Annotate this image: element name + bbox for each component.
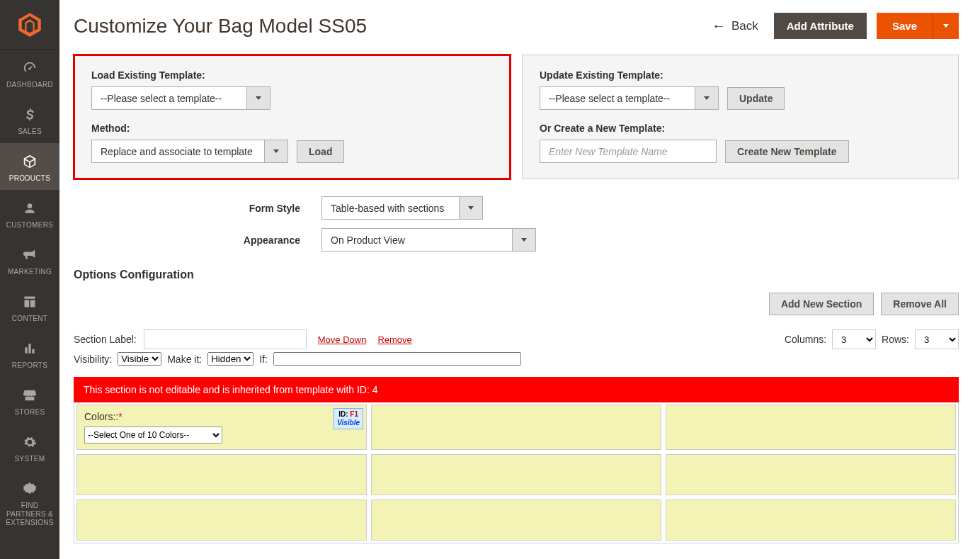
gauge-icon <box>22 58 38 78</box>
grid-cell[interactable] <box>76 454 367 495</box>
create-template-label: Or Create a New Template: <box>540 123 941 134</box>
load-template-select[interactable]: --Please select a template-- <box>91 86 247 110</box>
store-icon <box>22 385 38 405</box>
person-icon <box>23 198 37 218</box>
back-label: Back <box>731 19 758 33</box>
field-badge: ID: F1 Visible <box>334 408 363 429</box>
nav-label: SYSTEM <box>15 455 45 463</box>
admin-sidebar: DASHBOARD SALES PRODUCTS CUSTOMERS MARKE… <box>0 0 59 559</box>
nav-label: CUSTOMERS <box>6 221 53 230</box>
options-configuration-heading: Options Configuration <box>74 269 959 281</box>
rows-select[interactable]: 3 <box>915 329 959 349</box>
section-label-text: Section Label: <box>74 334 137 345</box>
nav-label: REPORTS <box>12 361 47 370</box>
gear-icon <box>23 432 37 452</box>
dollar-icon <box>23 105 37 125</box>
bars-icon <box>23 339 37 358</box>
colors-select[interactable]: --Select One of 10 Colors-- <box>84 427 222 444</box>
nav-partners[interactable]: FIND PARTNERS & EXTENSIONS <box>0 470 59 534</box>
if-input[interactable] <box>273 352 521 366</box>
nav-marketing[interactable]: MARKETING <box>0 237 59 283</box>
nav-label: MARKETING <box>8 268 52 276</box>
grid-cell[interactable]: ID: F1 Visible Colors::* --Select One of… <box>76 405 367 450</box>
page-header: Customize Your Bag Model SS05 ← Back Add… <box>59 0 980 55</box>
save-dropdown-toggle[interactable] <box>933 13 959 39</box>
options-grid: ID: F1 Visible Colors::* --Select One of… <box>74 402 959 543</box>
new-template-name-input[interactable] <box>540 140 717 163</box>
chevron-down-icon <box>943 24 949 28</box>
grid-cell[interactable] <box>371 405 661 450</box>
grid-cell[interactable] <box>666 454 956 495</box>
nav-label: DASHBOARD <box>6 81 53 89</box>
grid-cell[interactable] <box>371 499 661 541</box>
update-template-select[interactable]: --Please select a template-- <box>540 86 695 110</box>
columns-label: Columns: <box>785 334 826 345</box>
partners-icon <box>22 479 38 499</box>
nav-label: CONTENT <box>12 315 47 323</box>
method-select-toggle[interactable] <box>265 140 288 163</box>
load-button[interactable]: Load <box>297 140 344 163</box>
makeit-label: Make it: <box>167 354 202 365</box>
load-template-label: Load Existing Template: <box>91 69 493 81</box>
update-template-fieldset: Update Existing Template: --Please selec… <box>522 55 959 179</box>
nav-label: SALES <box>18 128 42 136</box>
nav-reports[interactable]: REPORTS <box>0 330 59 377</box>
rows-label: Rows: <box>882 334 909 345</box>
save-button[interactable]: Save <box>877 13 959 39</box>
nav-system[interactable]: SYSTEM <box>0 424 59 470</box>
cell-title: Colors::* <box>84 411 122 422</box>
load-template-select-toggle[interactable] <box>247 86 270 110</box>
nav-content[interactable]: CONTENT <box>0 283 59 330</box>
columns-select[interactable]: 3 <box>832 329 876 349</box>
remove-link[interactable]: Remove <box>377 334 411 345</box>
nav-customers[interactable]: CUSTOMERS <box>0 190 59 237</box>
save-label: Save <box>877 13 933 39</box>
nav-dashboard[interactable]: DASHBOARD <box>0 50 59 96</box>
remove-all-button[interactable]: Remove All <box>881 293 959 315</box>
arrow-left-icon: ← <box>712 18 726 34</box>
method-label: Method: <box>91 123 493 134</box>
nav-stores[interactable]: STORES <box>0 377 59 424</box>
form-style-label: Form Style <box>74 203 321 214</box>
method-select[interactable]: Replace and associate to template <box>91 140 265 163</box>
update-button[interactable]: Update <box>727 87 785 110</box>
visibility-select[interactable]: Visible <box>118 352 161 366</box>
nav-products[interactable]: PRODUCTS <box>0 143 59 190</box>
nav-label: FIND PARTNERS & EXTENSIONS <box>3 502 57 527</box>
logo[interactable] <box>0 0 59 50</box>
makeit-select[interactable]: Hidden <box>207 352 253 366</box>
update-template-select-toggle[interactable] <box>695 86 719 110</box>
nav-sales[interactable]: SALES <box>0 96 59 143</box>
layout-icon <box>23 292 37 312</box>
form-style-select[interactable]: Table-based with sections <box>321 196 460 220</box>
appearance-select[interactable]: On Product View <box>321 228 513 252</box>
inherited-section-banner: This section is not editable and is inhe… <box>74 377 959 402</box>
grid-cell[interactable] <box>666 499 956 541</box>
create-template-button[interactable]: Create New Template <box>725 140 849 163</box>
add-attribute-button[interactable]: Add Attribute <box>774 13 867 39</box>
nav-label: PRODUCTS <box>9 174 51 183</box>
grid-cell[interactable] <box>666 405 956 450</box>
visibility-label: Visibility: <box>74 354 112 365</box>
back-button[interactable]: ← Back <box>712 18 758 34</box>
section-label-input[interactable] <box>144 329 307 349</box>
move-down-link[interactable]: Move Down <box>318 334 367 345</box>
megaphone-icon <box>22 245 38 265</box>
if-label: If: <box>259 354 268 365</box>
update-template-label: Update Existing Template: <box>540 69 941 81</box>
page-title: Customize Your Bag Model SS05 <box>74 15 712 38</box>
grid-cell[interactable] <box>371 454 661 495</box>
appearance-label: Appearance <box>74 235 321 246</box>
appearance-select-toggle[interactable] <box>513 228 536 252</box>
add-new-section-button[interactable]: Add New Section <box>769 293 874 315</box>
cube-icon <box>22 152 38 171</box>
nav-label: STORES <box>15 408 45 417</box>
load-template-fieldset: Load Existing Template: --Please select … <box>74 55 511 179</box>
form-style-select-toggle[interactable] <box>460 196 483 220</box>
grid-cell[interactable] <box>76 499 367 541</box>
